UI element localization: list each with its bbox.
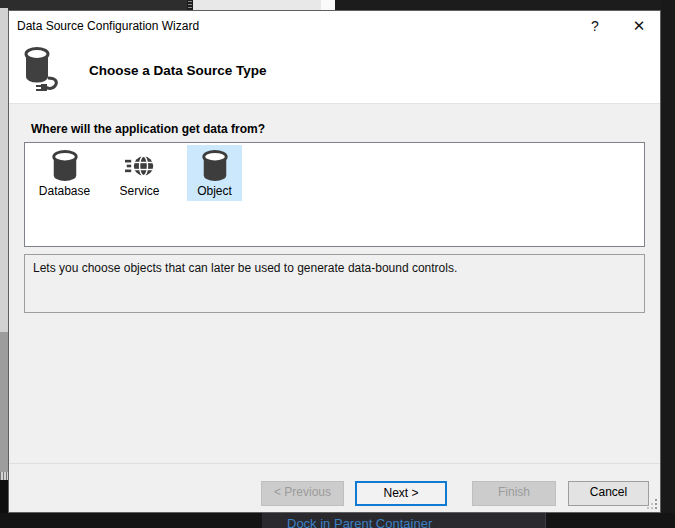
- page-title: Choose a Data Source Type: [89, 63, 267, 78]
- list-item-service[interactable]: Service: [112, 145, 167, 201]
- background-top-strip: [0, 0, 675, 10]
- background-left-top: [0, 0, 8, 8]
- menu-item-dock-in-parent-container[interactable]: Dock in Parent Container: [287, 516, 432, 528]
- dialog-titlebar[interactable]: Data Source Configuration Wizard: [9, 11, 660, 41]
- background-right-strip: [661, 0, 675, 528]
- background-toolbar-light: [193, 0, 321, 10]
- background-scrollbar-thumb[interactable]: [0, 332, 8, 472]
- database-icon: [50, 150, 80, 182]
- list-item-object[interactable]: Object: [187, 145, 242, 201]
- source-description-box: Lets you choose objects that can later b…: [24, 254, 645, 313]
- close-button[interactable]: ✕: [617, 11, 661, 41]
- background-toolbar-dark: [0, 0, 187, 10]
- list-item-label: Object: [197, 184, 232, 198]
- background-context-menu: Dock in Parent Container: [262, 513, 546, 528]
- data-source-configuration-wizard-dialog: Data Source Configuration Wizard ? ✕ Cho…: [8, 10, 661, 513]
- background-left-strip: [0, 0, 8, 528]
- finish-button[interactable]: Finish: [472, 481, 556, 506]
- background-scrollbar-track: [0, 8, 8, 332]
- background-bottom-strip: Dock in Parent Container: [0, 513, 675, 528]
- list-item-database[interactable]: Database: [37, 145, 92, 201]
- background-toolbar-highlight: [321, 0, 335, 10]
- toolbar-drag-handle-icon: [188, 1, 192, 10]
- object-database-icon: [200, 150, 230, 182]
- footer-separator: [9, 463, 660, 464]
- cancel-button[interactable]: Cancel: [568, 481, 649, 506]
- service-globe-icon: [125, 150, 155, 182]
- next-button[interactable]: Next >: [355, 481, 447, 506]
- previous-button[interactable]: < Previous: [261, 481, 344, 506]
- help-button[interactable]: ?: [573, 11, 617, 41]
- dialog-header-area: Data Source Configuration Wizard ? ✕ Cho…: [9, 11, 660, 104]
- background-scrollbar-grip-icon: [0, 472, 8, 480]
- data-source-type-list[interactable]: Database Service Object: [24, 142, 645, 247]
- resize-grip-icon[interactable]: [647, 499, 658, 510]
- question-label: Where will the application get data from…: [31, 122, 265, 136]
- list-item-label: Service: [119, 184, 159, 198]
- list-item-label: Database: [39, 184, 90, 198]
- database-plug-icon: [21, 45, 61, 95]
- dialog-title: Data Source Configuration Wizard: [17, 19, 199, 33]
